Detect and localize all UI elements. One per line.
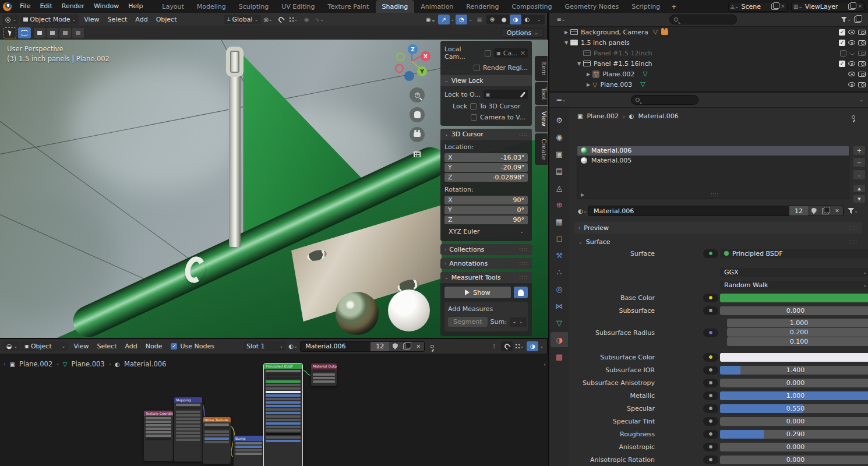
node-row[interactable] [266, 436, 301, 439]
parent-node-icon[interactable]: ↥ [488, 341, 500, 351]
node-title[interactable]: Bump [234, 436, 264, 441]
properties-tab-object[interactable]: ◻ [551, 231, 568, 246]
node-row[interactable] [266, 426, 301, 428]
slider-specular-tint[interactable]: 0.000 [720, 417, 868, 426]
camera-field[interactable]: ▣Ca...✕ [494, 48, 528, 58]
node-title[interactable]: Principled BSDF [264, 363, 302, 369]
outliner-item-label[interactable]: Panel #1.5 12inch [594, 50, 652, 57]
eye-open-icon[interactable] [848, 82, 855, 87]
node-row[interactable] [266, 391, 301, 393]
socket-toggle[interactable] [703, 249, 718, 258]
zoom-button[interactable] [410, 87, 425, 103]
fake-user-button[interactable] [808, 206, 820, 216]
pan-button[interactable] [410, 107, 425, 122]
copy-material-button[interactable] [820, 206, 831, 216]
camera-view-button[interactable] [410, 127, 425, 142]
editor-type-button[interactable]: ◒⌄ [3, 341, 20, 351]
properties-tab-view-layer[interactable]: ▤ [551, 163, 568, 178]
visibility-dropdown[interactable]: ◉⌄ [425, 15, 437, 24]
node-row[interactable] [176, 425, 200, 427]
disclosure-right-icon[interactable]: ▶ [584, 82, 592, 87]
outliner-row[interactable]: Panel #1.5 12inch [549, 48, 868, 58]
properties-tab-collection[interactable]: ▦ [551, 214, 568, 229]
cursor-rotation-y-field[interactable]: Y0° [444, 206, 528, 214]
node-row[interactable] [313, 370, 335, 372]
users-count-badge[interactable]: 12 [371, 341, 389, 352]
cursor-rotation-x-field[interactable]: X90° [444, 196, 528, 204]
breadcrumb-item[interactable]: Material.006 [124, 360, 166, 368]
cursor-location-z-field[interactable]: Z-0.02898" [444, 173, 528, 182]
disclosure-right-icon[interactable]: ▶ [562, 30, 570, 35]
properties-tab-object-data[interactable]: ▽ [551, 315, 568, 330]
workspace-tab-rendering[interactable]: Rendering [460, 0, 505, 13]
node-row[interactable] [313, 373, 335, 376]
viewport-canvas[interactable]: User Perspective (3) 1.5 inch panels | P… [0, 40, 548, 338]
socket-toggle[interactable] [703, 306, 718, 315]
workspace-tab-scripting[interactable]: Scripting [625, 0, 666, 13]
collections-panel-header[interactable]: ›Collections:::: [440, 244, 532, 255]
cursor-location-x-field[interactable]: X-16.03" [444, 153, 528, 162]
node-row[interactable] [266, 440, 301, 442]
sidebar-tab-tool[interactable]: Tool [535, 82, 548, 105]
scene-selector[interactable]: ◬⌄ Scene ✕ [728, 2, 788, 12]
topbar-menu-window[interactable]: Window [89, 0, 124, 13]
annotations-panel-header[interactable]: ›Annotations:::: [440, 258, 532, 269]
viewlayer-selector[interactable]: ▥⌄ ViewLayer ✕ [791, 2, 865, 12]
axis-z-neg-ball[interactable] [404, 71, 414, 81]
node-row[interactable] [146, 424, 171, 426]
outliner-item-label[interactable]: Plane.002 [602, 70, 634, 78]
workspace-tab-shading[interactable]: Shading [376, 0, 415, 13]
workspace-tab-compositing[interactable]: Compositing [506, 0, 559, 13]
socket-toggle[interactable] [703, 366, 718, 375]
socket-toggle[interactable] [703, 391, 718, 400]
node-row[interactable] [313, 377, 335, 379]
disclosure-down-icon[interactable]: ▼ [575, 61, 583, 66]
gizmo-toggle[interactable]: ↗ [438, 15, 450, 24]
shader-menu-select[interactable]: Select [93, 343, 121, 350]
outliner-search[interactable] [669, 15, 737, 24]
mode-dropdown[interactable]: Object Mode⌄ [20, 15, 79, 24]
node-row[interactable] [235, 446, 262, 448]
select-box-tool-button[interactable] [18, 27, 31, 38]
use-nodes-toggle[interactable]: ✓ Use Nodes [167, 343, 218, 350]
snap-magnet-icon[interactable] [275, 15, 287, 24]
segment-button[interactable]: Segment [448, 317, 488, 327]
node-row[interactable] [266, 377, 301, 379]
camera-toggle-icon[interactable] [858, 30, 866, 35]
node-noise-texture[interactable]: Noise Texture [202, 416, 231, 464]
measureit-panel-header[interactable]: ⌄MeasureIt Tools:::: [440, 272, 532, 283]
viewport-menu-select[interactable]: Select [103, 16, 131, 23]
node-row[interactable] [266, 408, 301, 411]
node-row[interactable] [204, 423, 229, 426]
slider-specular[interactable]: 0.550 [720, 404, 868, 413]
shader-menu-add[interactable]: Add [121, 343, 141, 350]
shading-material-icon[interactable]: ◑ [510, 15, 521, 24]
material-browse-dropdown[interactable]: ◐⌄ [287, 341, 299, 351]
preview-panel-header[interactable]: ›Preview:::: [574, 222, 862, 234]
node-row[interactable] [266, 412, 301, 414]
search-input[interactable] [643, 97, 689, 104]
node-row[interactable] [266, 398, 301, 400]
add-workspace-button[interactable]: + [666, 0, 681, 13]
camera-toggle-icon[interactable] [858, 82, 866, 87]
shader-type-dropdown[interactable]: ▣Object⌄ [22, 341, 68, 351]
copy-icon[interactable] [848, 3, 855, 10]
node-row[interactable] [176, 432, 200, 434]
workspace-tab-uv-editing[interactable]: UV Editing [275, 0, 321, 13]
snap-target-dropdown[interactable]: ⌄ [288, 15, 299, 24]
node-row[interactable] [176, 414, 200, 416]
socket-toggle[interactable] [703, 417, 718, 426]
local-camera-checkbox[interactable] [485, 50, 491, 57]
workspace-tab-geometry-nodes[interactable]: Geometry Nodes [558, 0, 625, 13]
socket-toggle[interactable] [703, 329, 718, 337]
outliner-item-label[interactable]: Panel #1.5 16inch [594, 60, 652, 68]
move-slot-up-button[interactable]: ▲ [853, 184, 866, 193]
outliner-row[interactable]: ▼1.5 inch panels✓ [549, 37, 868, 48]
properties-search[interactable] [631, 95, 698, 105]
node-principled-bsdf[interactable]: Principled BSDF [263, 363, 303, 466]
socket-toggle[interactable] [703, 294, 718, 302]
node-row[interactable] [146, 428, 171, 430]
eye-open-icon[interactable] [848, 72, 855, 76]
node-row[interactable] [266, 415, 301, 418]
select-mode-intersect-button[interactable] [72, 28, 84, 38]
